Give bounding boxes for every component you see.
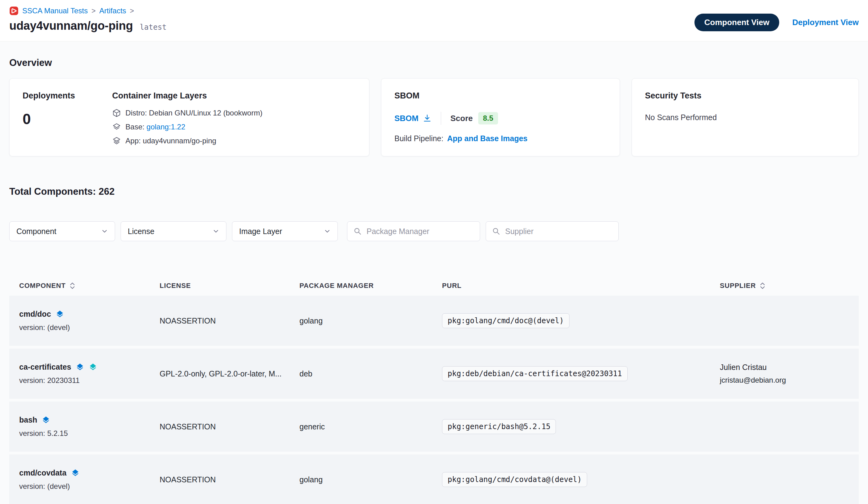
security-tests-card: Security Tests No Scans Performed: [632, 78, 859, 157]
supplier-name: Julien Cristau: [720, 363, 849, 372]
deployment-view-link[interactable]: Deployment View: [792, 18, 859, 27]
component-name: ca-certificates: [19, 363, 71, 372]
image-layer-filter-label: Image Layer: [239, 227, 282, 236]
breadcrumb-separator: >: [92, 7, 96, 15]
chevron-down-icon: [101, 228, 108, 235]
base-label: Base:: [126, 123, 144, 131]
package-manager-cell: golang: [299, 316, 442, 325]
component-view-button[interactable]: Component View: [694, 14, 779, 31]
supplier-email: jcristau@debian.org: [720, 376, 849, 384]
package-manager-search: [347, 221, 480, 241]
purl-chip: pkg:deb/debian/ca-certificates@20230311: [442, 366, 628, 381]
sbom-download-link[interactable]: SBOM: [394, 114, 432, 123]
layers-icon: [71, 469, 80, 477]
base-row: Base: golang:1.22: [112, 123, 262, 131]
sort-icon[interactable]: [69, 282, 75, 290]
sbom-card: SBOM SBOM Score 8.5 Build Pipeline: App …: [381, 78, 620, 157]
table-header: COMPONENT LICENSE PACKAGE MANAGER PURL S…: [9, 276, 859, 296]
purl-chip: pkg:golang/cmd/doc@(devel): [442, 313, 569, 328]
build-pipeline-link[interactable]: App and Base Images: [447, 134, 527, 143]
layers-icon: [42, 416, 50, 424]
component-filter-label: Component: [17, 227, 56, 236]
score-label: Score: [451, 114, 473, 123]
supplier-search: [486, 221, 619, 241]
license-filter-dropdown[interactable]: License: [121, 221, 226, 241]
package-manager-cell: generic: [299, 422, 442, 431]
total-components-heading: Total Components: 262: [9, 186, 859, 197]
sbom-title: SBOM: [394, 91, 607, 101]
license-filter-label: License: [128, 227, 154, 236]
license-cell: NOASSERTION: [159, 422, 299, 431]
app-layers-icon: [112, 137, 121, 145]
deployments-title: Deployments: [23, 91, 75, 101]
column-header-supplier: SUPPLIER: [720, 282, 849, 290]
distro-cube-icon: [112, 109, 121, 117]
table-row[interactable]: bash version: 5.2.15 NOASSERTION generic…: [9, 402, 859, 452]
supplier-cell: Julien Cristau jcristau@debian.org: [720, 363, 849, 384]
distro-row: Distro: Debian GNU/Linux 12 (bookworm): [112, 109, 262, 117]
chevron-down-icon: [324, 228, 331, 235]
security-tests-title: Security Tests: [645, 91, 845, 101]
breadcrumb-separator: >: [130, 7, 134, 15]
sort-icon[interactable]: [760, 282, 766, 290]
distro-value: Debian GNU/Linux 12 (bookworm): [149, 109, 262, 117]
column-header-component: COMPONENT: [19, 282, 159, 290]
package-manager-cell: golang: [299, 475, 442, 484]
overview-cards: Deployments 0 Container Image Layers Dis…: [9, 78, 859, 157]
purl-chip: pkg:generic/bash@5.2.15: [442, 419, 556, 434]
security-tests-status: No Scans Performed: [645, 113, 845, 122]
license-cell: GPL-2.0-only, GPL-2.0-or-later, M...: [159, 369, 299, 378]
deployments-count: 0: [23, 111, 75, 128]
breadcrumb-link-project[interactable]: SSCA Manual Tests: [22, 7, 88, 15]
component-version: version: (devel): [19, 482, 159, 491]
container-image-layers-title: Container Image Layers: [112, 91, 262, 101]
overview-heading: Overview: [9, 57, 859, 68]
build-pipeline-label: Build Pipeline:: [394, 134, 443, 143]
score-badge: 8.5: [478, 112, 498, 124]
purl-chip: pkg:golang/cmd/covdata@(devel): [442, 472, 587, 487]
topbar: SSCA Manual Tests > Artifacts > uday4vun…: [0, 0, 868, 41]
chevron-down-icon: [213, 228, 219, 235]
download-icon: [423, 114, 432, 123]
app-value: uday4vunnam/go-ping: [143, 137, 217, 145]
layers-icon: [76, 363, 84, 371]
layers-icon: [89, 363, 97, 371]
component-version: version: 20230311: [19, 376, 159, 385]
app-label: App:: [126, 137, 141, 145]
harness-logo-icon: [9, 6, 19, 16]
supplier-search-input[interactable]: [505, 226, 612, 236]
component-name: cmd/doc: [19, 310, 51, 319]
component-name: bash: [19, 415, 37, 424]
table-row[interactable]: ca-certificates version: 20230311 GPL-2.…: [9, 349, 859, 399]
component-version: version: 5.2.15: [19, 429, 159, 438]
filter-bar: Component License Image Layer: [9, 221, 859, 241]
app-row: App: uday4vunnam/go-ping: [112, 137, 262, 145]
artifact-tag-latest: latest: [140, 23, 167, 32]
vertical-divider: [441, 112, 441, 125]
base-image-link[interactable]: golang:1.22: [147, 123, 185, 131]
page-title: uday4vunnam/go-ping: [9, 19, 133, 32]
column-header-package-manager: PACKAGE MANAGER: [299, 282, 442, 290]
component-filter-dropdown[interactable]: Component: [9, 221, 115, 241]
component-name: cmd/covdata: [19, 468, 66, 477]
breadcrumb: SSCA Manual Tests > Artifacts >: [9, 6, 166, 16]
sbom-download-label: SBOM: [394, 114, 418, 123]
table-row[interactable]: cmd/doc version: (devel) NOASSERTION gol…: [9, 296, 859, 346]
deployments-layers-card: Deployments 0 Container Image Layers Dis…: [9, 78, 369, 157]
breadcrumb-link-artifacts[interactable]: Artifacts: [99, 7, 126, 15]
table-row[interactable]: cmd/covdata version: (devel) NOASSERTION…: [9, 454, 859, 504]
main-content: Overview Deployments 0 Container Image L…: [0, 57, 868, 504]
package-manager-cell: deb: [299, 369, 442, 378]
search-icon: [492, 227, 500, 235]
components-table: COMPONENT LICENSE PACKAGE MANAGER PURL S…: [9, 276, 859, 504]
license-cell: NOASSERTION: [159, 316, 299, 325]
package-manager-search-input[interactable]: [366, 226, 474, 236]
license-cell: NOASSERTION: [159, 475, 299, 484]
search-icon: [354, 227, 362, 235]
layers-icon: [56, 310, 64, 318]
column-header-license: LICENSE: [159, 282, 299, 290]
distro-label: Distro:: [126, 109, 147, 117]
component-version: version: (devel): [19, 323, 159, 332]
column-header-purl: PURL: [442, 282, 720, 290]
image-layer-filter-dropdown[interactable]: Image Layer: [232, 221, 338, 241]
